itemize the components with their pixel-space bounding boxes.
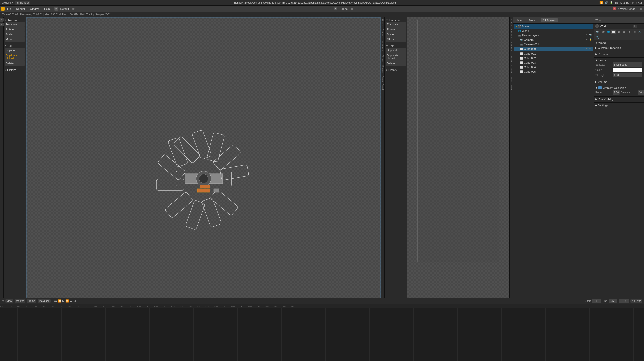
end-frame-input[interactable] bbox=[609, 299, 617, 303]
props-render-icon[interactable]: 📷 bbox=[595, 30, 600, 34]
right-3d-viewport[interactable]: ⊕ (243) Icosphere.002 bbox=[407, 17, 509, 340]
preview-header[interactable]: ▶ Preview bbox=[595, 53, 642, 56]
r-create-tab[interactable]: Create bbox=[510, 18, 513, 27]
cube000-eye-icon[interactable]: 👁 bbox=[586, 47, 589, 50]
r-scale-btn[interactable]: Scale bbox=[386, 32, 406, 37]
outliner-cube003-item[interactable]: ⬜ Cube.003 bbox=[514, 60, 593, 65]
outliner-scene-item[interactable]: ▼ 🎬 Scene bbox=[514, 24, 593, 29]
outliner-cube001-item[interactable]: ⬜ Cube.001 bbox=[514, 51, 593, 56]
render-menu[interactable]: Render bbox=[14, 7, 27, 11]
mirror-btn[interactable]: Mirror bbox=[5, 37, 25, 42]
outliner-view-tab[interactable]: View bbox=[515, 18, 525, 22]
scene-label[interactable]: Scene bbox=[338, 7, 349, 11]
no-sync-btn[interactable]: No Sync bbox=[630, 299, 642, 303]
layout-label[interactable]: Default bbox=[59, 7, 71, 11]
transform-section-header[interactable]: ▼ Transform bbox=[5, 18, 25, 22]
next-frame-btn[interactable]: ⏩ bbox=[65, 299, 69, 303]
surface-type-value[interactable]: Background bbox=[613, 62, 642, 67]
loop-btn[interactable]: ↺ bbox=[74, 299, 76, 303]
rotate-btn[interactable]: Rotate bbox=[5, 27, 25, 32]
props-modifiers-icon[interactable]: 🔧 bbox=[595, 35, 600, 39]
r-rotate-btn[interactable]: Rotate bbox=[386, 27, 406, 32]
props-scene-icon[interactable]: 🎬 bbox=[601, 30, 605, 34]
r-grease-pencil-tab[interactable]: Grease Pencil bbox=[510, 75, 513, 91]
ao-toggle[interactable] bbox=[598, 86, 602, 89]
display-tab[interactable]: Display bbox=[381, 64, 384, 74]
sidebar-tools-icon[interactable]: T bbox=[0, 18, 4, 22]
r-transform-header[interactable]: ▼ Transform bbox=[386, 18, 406, 22]
relations-tab[interactable]: Relations bbox=[381, 28, 384, 39]
props-texture-icon[interactable]: ▦ bbox=[622, 30, 626, 34]
left-3d-viewport[interactable]: ⊕ (243) Icosphere.002 bbox=[26, 17, 381, 340]
world-sphere-icon[interactable] bbox=[595, 24, 599, 28]
world-f-btn[interactable]: F bbox=[633, 25, 637, 28]
create-tab[interactable]: Create bbox=[381, 18, 384, 27]
history-section-header[interactable]: ▶ History bbox=[5, 68, 25, 72]
r-animation-tab[interactable]: Animation bbox=[510, 40, 513, 53]
file-menu[interactable]: File bbox=[5, 7, 14, 11]
color-value[interactable] bbox=[613, 68, 642, 72]
play-btn[interactable]: ▶ bbox=[62, 299, 64, 303]
help-menu[interactable]: Help bbox=[42, 7, 52, 11]
outliner-cube005-item[interactable]: ⬜ Cube.005 bbox=[514, 69, 593, 74]
volume-header[interactable]: ▶ Volume bbox=[595, 80, 642, 83]
r-edit-header[interactable]: ▼ Edit bbox=[386, 44, 406, 48]
outliner-world-item[interactable]: 🌐 World bbox=[514, 29, 593, 33]
translate-btn[interactable]: Translate bbox=[5, 22, 25, 27]
timeline-type-icon[interactable]: ⏱ bbox=[2, 300, 4, 302]
delete-btn[interactable]: Delete bbox=[5, 61, 25, 66]
r-duplicate-linked-btn[interactable]: Duplicate Linked bbox=[386, 53, 406, 61]
timeline-content[interactable] bbox=[0, 308, 644, 361]
skip-end-btn[interactable]: ⏭ bbox=[70, 300, 73, 303]
skip-start-btn[interactable]: ⏮ bbox=[54, 300, 57, 303]
outliner-camera001-item[interactable]: 📷 Camera.001 bbox=[514, 42, 593, 47]
prev-frame-btn[interactable]: ⏪ bbox=[58, 299, 61, 303]
outliner-cube004-item[interactable]: ⬜ Cube.004 bbox=[514, 65, 593, 69]
scale-btn[interactable]: Scale bbox=[5, 32, 25, 37]
r-duplicate-btn[interactable]: Duplicate bbox=[386, 48, 406, 53]
renderlayers-camera-icon[interactable]: 📷 bbox=[589, 34, 592, 37]
start-frame-input[interactable] bbox=[592, 299, 601, 303]
animation-tab[interactable]: Animation bbox=[381, 40, 384, 53]
custom-props-header[interactable]: ▶ Custom Properties bbox=[595, 46, 642, 49]
current-frame-input[interactable] bbox=[619, 299, 629, 303]
timeline-view-btn[interactable]: View bbox=[5, 299, 13, 303]
duplicate-btn[interactable]: Duplicate bbox=[5, 48, 25, 53]
outliner-cube000-item[interactable]: ⬜ Cube.000 👁 ✏ bbox=[514, 47, 593, 51]
renderlayers-eye-icon[interactable]: 👁 bbox=[586, 34, 589, 37]
r-history-header[interactable]: ▶ History bbox=[386, 68, 406, 72]
surface-header[interactable]: ▼ Surface bbox=[595, 59, 642, 62]
timeline-playback-btn[interactable]: Playback bbox=[38, 299, 51, 303]
ao-header[interactable]: ▼ Ambient Occlusion bbox=[595, 86, 642, 89]
r-delete-btn[interactable]: Delete bbox=[386, 61, 406, 66]
cam-restrict-icon[interactable]: 🔒 bbox=[589, 38, 592, 41]
r-mirror-btn[interactable]: Mirror bbox=[386, 37, 406, 42]
blender-menu[interactable]: ⊞ Blender bbox=[15, 1, 30, 5]
physics-tab[interactable]: Physics bbox=[381, 54, 384, 63]
outliner-cube002-item[interactable]: ⬜ Cube.002 bbox=[514, 56, 593, 60]
settings-header[interactable]: ▶ Settings bbox=[595, 104, 642, 107]
ao-factor-value[interactable]: 1.00 bbox=[613, 90, 620, 95]
timeline-marker-btn[interactable]: Marker bbox=[15, 299, 25, 303]
r-physics-tab[interactable]: Physics bbox=[510, 54, 513, 63]
props-object-icon[interactable]: ⬜ bbox=[611, 30, 616, 34]
props-world-icon[interactable]: 🌐 bbox=[606, 30, 611, 34]
renderer-label[interactable]: Cycles Render bbox=[617, 7, 638, 11]
sidebar-view-icon[interactable]: V bbox=[0, 23, 4, 26]
ray-visibility-header[interactable]: ▶ Ray Visibility bbox=[595, 98, 642, 101]
timeline-frame-btn[interactable]: Frame bbox=[27, 299, 36, 303]
r-relations-tab[interactable]: Relations bbox=[510, 28, 513, 39]
props-material-icon[interactable]: ◉ bbox=[617, 30, 621, 34]
world-add-btn[interactable]: + bbox=[638, 24, 640, 28]
cube000-edit-icon[interactable]: ✏ bbox=[589, 47, 592, 50]
props-physics-icon[interactable]: ⚛ bbox=[632, 30, 637, 34]
ao-distance-value[interactable]: 10cm bbox=[638, 90, 644, 95]
edit-section-header[interactable]: ▼ Edit bbox=[5, 44, 25, 48]
cam-eye-icon[interactable]: 👁 bbox=[586, 38, 589, 41]
props-constraints-icon[interactable]: 🔗 bbox=[638, 30, 642, 34]
activities-label[interactable]: Activities bbox=[2, 1, 13, 4]
outliner-search-tab[interactable]: Search bbox=[527, 18, 539, 22]
outliner-all-scenes-tab[interactable]: All Scenes bbox=[541, 18, 558, 22]
outliner-camera-item[interactable]: 📷 Camera 👁 🔒 bbox=[514, 38, 593, 42]
r-display-tab[interactable]: Display bbox=[510, 64, 513, 74]
